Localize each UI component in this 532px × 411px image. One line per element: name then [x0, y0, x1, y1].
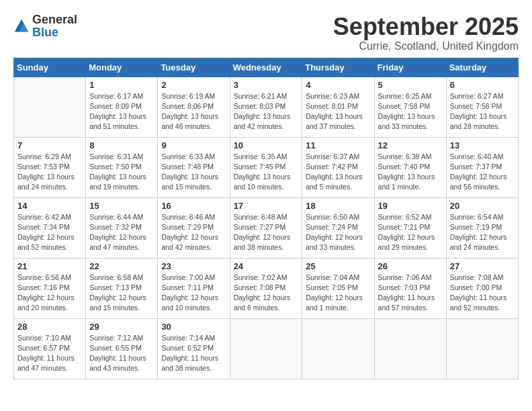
day-number: 18 — [306, 201, 370, 211]
calendar-week-3: 14Sunrise: 6:42 AMSunset: 7:34 PMDayligh… — [14, 197, 519, 258]
day-number: 29 — [89, 322, 154, 332]
calendar-day: 21Sunrise: 6:56 AMSunset: 7:16 PMDayligh… — [14, 258, 86, 318]
day-number: 1 — [89, 80, 154, 90]
day-info: Sunrise: 6:21 AMSunset: 8:03 PMDaylight:… — [234, 91, 299, 132]
calendar-day: 18Sunrise: 6:50 AMSunset: 7:24 PMDayligh… — [302, 197, 374, 258]
calendar-week-1: 1Sunrise: 6:17 AMSunset: 8:09 PMDaylight… — [14, 77, 519, 137]
calendar-day: 4Sunrise: 6:23 AMSunset: 8:01 PMDaylight… — [302, 77, 374, 137]
calendar-day: 11Sunrise: 6:37 AMSunset: 7:42 PMDayligh… — [302, 137, 374, 197]
day-info: Sunrise: 7:04 AMSunset: 7:05 PMDaylight:… — [306, 273, 370, 314]
day-info: Sunrise: 6:40 AMSunset: 7:37 PMDaylight:… — [450, 152, 515, 193]
day-info: Sunrise: 6:50 AMSunset: 7:24 PMDaylight:… — [306, 212, 370, 253]
calendar-week-5: 28Sunrise: 7:10 AMSunset: 6:57 PMDayligh… — [14, 318, 519, 379]
day-number: 20 — [450, 201, 515, 211]
logo-blue: Blue — [32, 26, 58, 39]
day-number: 23 — [161, 261, 226, 271]
calendar-day: 10Sunrise: 6:35 AMSunset: 7:45 PMDayligh… — [230, 137, 302, 197]
day-info: Sunrise: 6:23 AMSunset: 8:01 PMDaylight:… — [306, 91, 370, 132]
day-info: Sunrise: 6:19 AMSunset: 8:06 PMDaylight:… — [161, 91, 226, 132]
day-number: 19 — [378, 201, 443, 211]
calendar-day: 23Sunrise: 7:00 AMSunset: 7:11 PMDayligh… — [158, 258, 230, 318]
calendar-day: 20Sunrise: 6:54 AMSunset: 7:19 PMDayligh… — [446, 197, 518, 258]
day-info: Sunrise: 6:25 AMSunset: 7:58 PMDaylight:… — [378, 91, 443, 132]
day-info: Sunrise: 6:33 AMSunset: 7:48 PMDaylight:… — [161, 152, 226, 193]
day-info: Sunrise: 6:29 AMSunset: 7:53 PMDaylight:… — [17, 152, 82, 193]
location: Currie, Scotland, United Kingdom — [333, 40, 519, 52]
day-info: Sunrise: 7:00 AMSunset: 7:11 PMDaylight:… — [161, 273, 226, 314]
calendar-day: 15Sunrise: 6:44 AMSunset: 7:32 PMDayligh… — [86, 197, 158, 258]
calendar-day: 29Sunrise: 7:12 AMSunset: 6:55 PMDayligh… — [86, 318, 158, 379]
calendar-day: 2Sunrise: 6:19 AMSunset: 8:06 PMDaylight… — [158, 77, 230, 137]
calendar-day: 28Sunrise: 7:10 AMSunset: 6:57 PMDayligh… — [14, 318, 86, 379]
weekday-header-thursday: Thursday — [302, 58, 374, 77]
day-info: Sunrise: 6:56 AMSunset: 7:16 PMDaylight:… — [17, 273, 82, 314]
weekday-header-saturday: Saturday — [446, 58, 518, 77]
title-block: September 2025 Currie, Scotland, United … — [333, 13, 519, 52]
day-number: 4 — [306, 80, 370, 90]
calendar-week-2: 7Sunrise: 6:29 AMSunset: 7:53 PMDaylight… — [14, 137, 519, 197]
day-info: Sunrise: 6:38 AMSunset: 7:40 PMDaylight:… — [378, 152, 443, 193]
day-number: 12 — [378, 140, 443, 150]
calendar-day: 9Sunrise: 6:33 AMSunset: 7:48 PMDaylight… — [158, 137, 230, 197]
calendar-day: 3Sunrise: 6:21 AMSunset: 8:03 PMDaylight… — [230, 77, 302, 137]
day-number: 14 — [17, 201, 82, 211]
day-info: Sunrise: 6:37 AMSunset: 7:42 PMDaylight:… — [306, 152, 370, 193]
calendar-day: 19Sunrise: 6:52 AMSunset: 7:21 PMDayligh… — [374, 197, 446, 258]
day-number: 25 — [306, 261, 370, 271]
calendar-day: 27Sunrise: 7:08 AMSunset: 7:00 PMDayligh… — [446, 258, 518, 318]
day-number: 5 — [378, 80, 443, 90]
logo-icon — [13, 18, 30, 34]
day-info: Sunrise: 7:06 AMSunset: 7:03 PMDaylight:… — [378, 273, 443, 314]
day-number: 6 — [450, 80, 515, 90]
calendar-day: 8Sunrise: 6:31 AMSunset: 7:50 PMDaylight… — [86, 137, 158, 197]
day-number: 16 — [161, 201, 226, 211]
day-info: Sunrise: 6:17 AMSunset: 8:09 PMDaylight:… — [89, 91, 154, 132]
calendar-day: 30Sunrise: 7:14 AMSunset: 6:52 PMDayligh… — [158, 318, 230, 379]
day-info: Sunrise: 7:08 AMSunset: 7:00 PMDaylight:… — [450, 273, 515, 314]
day-info: Sunrise: 7:02 AMSunset: 7:08 PMDaylight:… — [234, 273, 299, 314]
weekday-header-friday: Friday — [374, 58, 446, 77]
calendar-day — [446, 318, 518, 379]
day-number: 9 — [161, 140, 226, 150]
calendar-week-4: 21Sunrise: 6:56 AMSunset: 7:16 PMDayligh… — [14, 258, 519, 318]
day-info: Sunrise: 7:14 AMSunset: 6:52 PMDaylight:… — [161, 333, 226, 374]
weekday-header-monday: Monday — [86, 58, 158, 77]
calendar-day — [230, 318, 302, 379]
weekday-header-row: SundayMondayTuesdayWednesdayThursdayFrid… — [14, 58, 519, 77]
month-title: September 2025 — [333, 13, 519, 40]
calendar-day: 22Sunrise: 6:58 AMSunset: 7:13 PMDayligh… — [86, 258, 158, 318]
calendar-day — [14, 77, 86, 137]
calendar-day: 12Sunrise: 6:38 AMSunset: 7:40 PMDayligh… — [374, 137, 446, 197]
day-info: Sunrise: 6:58 AMSunset: 7:13 PMDaylight:… — [89, 273, 154, 314]
day-info: Sunrise: 6:35 AMSunset: 7:45 PMDaylight:… — [234, 152, 299, 193]
day-info: Sunrise: 6:31 AMSunset: 7:50 PMDaylight:… — [89, 152, 154, 193]
calendar-day: 17Sunrise: 6:48 AMSunset: 7:27 PMDayligh… — [230, 197, 302, 258]
day-number: 26 — [378, 261, 443, 271]
logo: General Blue — [13, 13, 77, 39]
logo-general: General — [32, 13, 77, 26]
calendar-day: 13Sunrise: 6:40 AMSunset: 7:37 PMDayligh… — [446, 137, 518, 197]
day-info: Sunrise: 6:52 AMSunset: 7:21 PMDaylight:… — [378, 212, 443, 253]
day-number: 21 — [17, 261, 82, 271]
day-info: Sunrise: 6:46 AMSunset: 7:29 PMDaylight:… — [161, 212, 226, 253]
day-number: 13 — [450, 140, 515, 150]
calendar-day — [374, 318, 446, 379]
calendar-day: 6Sunrise: 6:27 AMSunset: 7:56 PMDaylight… — [446, 77, 518, 137]
logo-text: General Blue — [32, 13, 77, 39]
day-number: 10 — [234, 140, 299, 150]
weekday-header-wednesday: Wednesday — [230, 58, 302, 77]
calendar-day: 24Sunrise: 7:02 AMSunset: 7:08 PMDayligh… — [230, 258, 302, 318]
calendar-day: 1Sunrise: 6:17 AMSunset: 8:09 PMDaylight… — [86, 77, 158, 137]
day-number: 24 — [234, 261, 299, 271]
calendar-day: 7Sunrise: 6:29 AMSunset: 7:53 PMDaylight… — [14, 137, 86, 197]
day-number: 27 — [450, 261, 515, 271]
day-info: Sunrise: 7:12 AMSunset: 6:55 PMDaylight:… — [89, 333, 154, 374]
calendar-day: 5Sunrise: 6:25 AMSunset: 7:58 PMDaylight… — [374, 77, 446, 137]
day-number: 7 — [17, 140, 82, 150]
day-number: 22 — [89, 261, 154, 271]
day-info: Sunrise: 6:42 AMSunset: 7:34 PMDaylight:… — [17, 212, 82, 253]
day-number: 2 — [161, 80, 226, 90]
calendar-day: 26Sunrise: 7:06 AMSunset: 7:03 PMDayligh… — [374, 258, 446, 318]
day-number: 8 — [89, 140, 154, 150]
day-number: 15 — [89, 201, 154, 211]
